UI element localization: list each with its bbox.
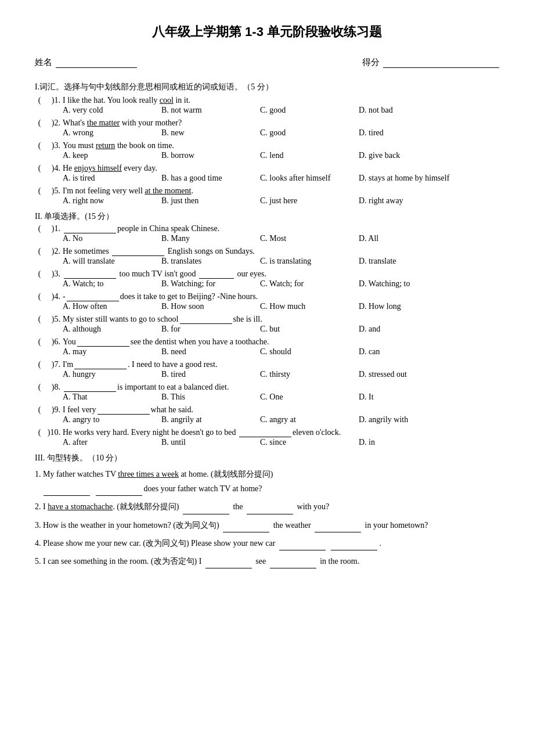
answer-blank1: [279, 541, 326, 550]
opt-b: B. has a good time: [161, 174, 254, 183]
qnum: )6.: [44, 337, 60, 347]
transform-q4: 4. Please show me your new car. (改为同义句) …: [35, 536, 499, 550]
blank: [239, 428, 291, 437]
opt-b: B. for: [161, 325, 254, 334]
blank: [74, 360, 127, 369]
qtext: You must return the book on time.: [63, 141, 499, 150]
opt-c: C. How much: [260, 302, 353, 311]
opt-c: C. is translating: [260, 257, 353, 266]
qtext: -does it take to get to Beijing? -Nine h…: [63, 292, 499, 301]
opt-a: A. That: [63, 393, 156, 402]
qnum: )5.: [44, 186, 60, 196]
opt-b: B. angrily at: [161, 415, 254, 424]
opt-c: C. Most: [260, 234, 353, 243]
opt-c: C. looks after himself: [260, 174, 353, 183]
opt-a: A. Watch; to: [63, 279, 156, 289]
opt-d: D. All: [359, 234, 452, 243]
qtext: is important to eat a balanced diet.: [63, 383, 499, 392]
opt-c: C. One: [260, 393, 353, 402]
paren: (: [35, 247, 44, 256]
opt-a: A. hungry: [63, 370, 156, 379]
paren: (: [35, 96, 44, 105]
section2-q7: ( )7. I'm. I need to have a good rest. A…: [35, 360, 499, 379]
paren: (: [35, 224, 44, 233]
blank: [199, 269, 234, 279]
paren: (: [35, 315, 44, 324]
opt-d: D. translate: [359, 257, 452, 266]
answer-blank2: [315, 523, 361, 532]
qtext: people in China speak Chinese.: [63, 224, 499, 233]
opt-b: B. Watching; for: [161, 279, 254, 289]
opt-b: B. This: [161, 393, 254, 402]
opt-a: A. How often: [63, 302, 156, 311]
paren: (: [35, 405, 44, 415]
opt-b: B. borrow: [161, 151, 254, 160]
qtext: Yousee the dentist when you have a tooth…: [63, 337, 499, 347]
qtext: He sometimes English songs on Sundays.: [63, 247, 499, 256]
answer-blank1: [223, 523, 269, 532]
blank: [67, 292, 119, 301]
opt-a: A. angry to: [63, 415, 156, 424]
opt-d: D. It: [359, 393, 452, 402]
qnum: )1.: [44, 224, 60, 233]
opt-a: A. although: [63, 325, 156, 334]
opt-b: B. translates: [161, 257, 254, 266]
opt-c: C. thirsty: [260, 370, 353, 379]
section1: I.词汇。选择与句中划线部分意思相同或相近的词或短语。（5 分） ( )1. I…: [35, 82, 499, 206]
options-row: A. right now B. just then C. just here D…: [63, 196, 499, 206]
blank: [180, 315, 232, 324]
options-row: A. may B. need C. should D. can: [63, 347, 499, 357]
paren: (: [35, 337, 44, 347]
options-row: A. How often B. How soon C. How much D. …: [63, 302, 499, 311]
answer-blank2: [96, 487, 142, 496]
qnum: )1.: [44, 96, 60, 105]
opt-b: B. need: [161, 347, 254, 357]
blank: [98, 405, 150, 415]
opt-a: A. wrong: [63, 128, 156, 138]
opt-a: A. right now: [63, 196, 156, 206]
opt-a: A. keep: [63, 151, 156, 160]
section1-q4: ( )4. He enjoys himself every day. A. is…: [35, 164, 499, 183]
opt-d: D. can: [359, 347, 452, 357]
name-label: 姓名: [35, 57, 52, 68]
opt-d: D. How long: [359, 302, 452, 311]
qnum: )4.: [44, 292, 60, 301]
options-row: A. That B. This C. One D. It: [63, 393, 499, 402]
section2-q1: ( )1. people in China speak Chinese. A. …: [35, 224, 499, 243]
qnum: )2.: [44, 118, 60, 128]
paren: (: [35, 360, 44, 369]
paren: (: [35, 118, 44, 128]
opt-b: B. until: [161, 438, 254, 447]
paren: (: [35, 269, 44, 279]
answer-blank2: [270, 559, 316, 568]
section2-q10: ( )10. He works very hard. Every night h…: [35, 428, 499, 447]
qnum: )4.: [44, 164, 60, 173]
opt-b: B. not warm: [161, 106, 254, 115]
options-row: A. keep B. borrow C. lend D. give back: [63, 151, 499, 160]
qtext: What's the matter with your mother?: [63, 118, 499, 128]
opt-a: A. very cold: [63, 106, 156, 115]
qnum: )3.: [44, 269, 60, 279]
qnum: )3.: [44, 141, 60, 150]
answer-blank1: [44, 487, 90, 496]
answer-blank2: [247, 505, 293, 514]
paren: (: [35, 141, 44, 150]
qtext: He works very hard. Every night he doesn…: [63, 428, 499, 437]
qtext: My sister still wants to go to schoolshe…: [63, 315, 499, 324]
opt-c: C. just here: [260, 196, 353, 206]
transform-q3: 3. How is the weather in your hometown? …: [35, 518, 499, 532]
section2-q6: ( )6. Yousee the dentist when you have a…: [35, 337, 499, 357]
options-row: A. wrong B. new C. good D. tired: [63, 128, 499, 138]
name-underline: [56, 57, 137, 68]
answer-blank1: [183, 505, 229, 514]
section2-q3: ( )3. too much TV isn't good our eyes. A…: [35, 269, 499, 289]
opt-b: B. tired: [161, 370, 254, 379]
qtext: I feel verywhat he said.: [63, 405, 499, 415]
qnum: )7.: [44, 360, 60, 369]
section3: III. 句型转换。（10 分） 1. My father watches TV…: [35, 453, 499, 568]
options-row: A. is tired B. has a good time C. looks …: [63, 174, 499, 183]
blank: [64, 224, 116, 233]
qnum: )5.: [44, 315, 60, 324]
transform-q5: 5. I can see something in the room. (改为否…: [35, 554, 499, 568]
transform-q1: 1. My father watches TV three times a we…: [35, 467, 499, 496]
